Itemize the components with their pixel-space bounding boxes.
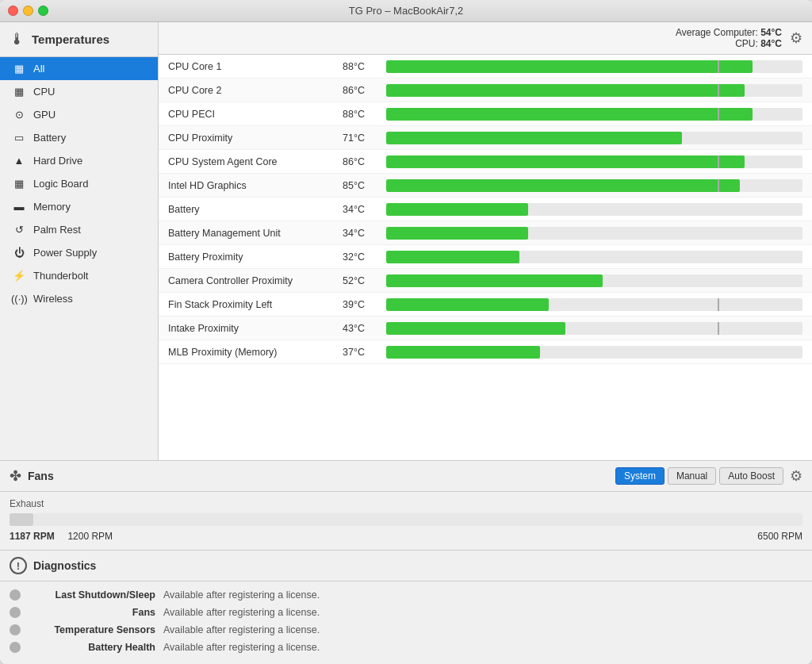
avg-info: Average Computer: 54°C CPU: 84°C [676, 27, 782, 49]
fans-section: ✤ Fans SystemManualAuto Boost ⚙ Exhaust … [0, 460, 812, 550]
temp-sensor-value: 43°C [343, 323, 386, 334]
fan-progress-container [10, 513, 802, 526]
sidebar-item-thunderbolt[interactable]: ⚡Thunderbolt [0, 264, 158, 287]
temp-content-header: Average Computer: 54°C CPU: 84°C ⚙ [159, 22, 812, 55]
temp-bar-container [386, 251, 802, 263]
sidebar-item-hard-drive[interactable]: ▲Hard Drive [0, 149, 158, 172]
temp-row: Battery Proximity32°C [159, 245, 812, 269]
temp-bar-container [386, 132, 802, 144]
fan-mode-manual-button[interactable]: Manual [668, 467, 716, 485]
gpu-sidebar-icon: ⊙ [11, 109, 27, 121]
fan-rpm-row: 1187 RPM 1200 RPM 6500 RPM [10, 531, 802, 542]
fan-mode-auto-boost-button[interactable]: Auto Boost [719, 467, 783, 485]
main-content: 🌡 Temperatures ▦All▦CPU⊙GPU▭Battery▲Hard… [0, 22, 812, 664]
avg-label: Average Computer: [676, 27, 758, 38]
temp-bar-marker [718, 84, 719, 97]
temp-sensor-value: 86°C [343, 156, 386, 167]
temp-sensor-name: Battery Proximity [168, 251, 343, 263]
temp-bar [386, 203, 528, 216]
temp-sensor-value: 37°C [343, 347, 386, 358]
cpu-sidebar-icon: ▦ [11, 86, 27, 98]
diag-status-indicator [10, 589, 21, 601]
temp-bar-marker [718, 298, 719, 311]
temp-sensor-name: Battery Management Unit [168, 228, 343, 239]
hard-drive-sidebar-icon: ▲ [11, 155, 27, 167]
fans-settings-gear-icon[interactable]: ⚙ [790, 467, 802, 485]
diag-item-label: Fans [29, 607, 155, 618]
temp-row: Camera Controller Proximity52°C [159, 269, 812, 293]
fan-mode-system-button[interactable]: System [615, 467, 665, 485]
memory-sidebar-icon: ▬ [11, 201, 27, 213]
sidebar-item-power-supply[interactable]: ⏻Power Supply [0, 241, 158, 264]
fans-body: Exhaust 1187 RPM 1200 RPM 6500 RPM [0, 492, 812, 550]
temp-bar [386, 346, 540, 359]
diagnostics-row: FansAvailable after registering a licens… [10, 604, 802, 621]
diagnostics-row: Last Shutdown/SleepAvailable after regis… [10, 586, 802, 604]
window-title: TG Pro – MacBookAir7,2 [349, 5, 464, 17]
close-button[interactable] [8, 6, 18, 16]
sidebar-label-hard-drive: Hard Drive [33, 155, 82, 167]
sidebar-item-logic-board[interactable]: ▦Logic Board [0, 172, 158, 195]
fan-rpm-current-value: 1187 RPM [10, 531, 55, 542]
temp-sensor-value: 52°C [343, 275, 386, 286]
temp-row: Intel HD Graphics85°C [159, 174, 812, 198]
temp-bar [386, 155, 745, 168]
temp-settings-gear-icon[interactable]: ⚙ [790, 29, 802, 47]
titlebar: TG Pro – MacBookAir7,2 [0, 0, 812, 22]
temp-bar-container [386, 227, 802, 240]
temp-sensor-name: Intake Proximity [168, 323, 343, 334]
diag-status-indicator [10, 642, 21, 653]
sidebar-label-memory: Memory [33, 201, 71, 213]
sidebar-label-power-supply: Power Supply [33, 247, 97, 259]
all-sidebar-icon: ▦ [11, 63, 27, 75]
temp-bar-container [386, 179, 802, 192]
avg-computer-line: Average Computer: 54°C [676, 27, 782, 38]
temp-bar [386, 274, 603, 287]
sidebar-item-palm-rest[interactable]: ↺Palm Rest [0, 218, 158, 241]
temp-sensor-value: 34°C [343, 204, 386, 215]
temp-sensor-name: CPU Core 2 [168, 85, 343, 96]
fan-max-rpm: 6500 RPM [757, 531, 802, 542]
sidebar-item-cpu[interactable]: ▦CPU [0, 80, 158, 103]
temp-bar [386, 322, 565, 335]
temp-bar [386, 84, 745, 97]
sidebar-label-cpu: CPU [33, 86, 55, 98]
sidebar-title: Temperatures [32, 33, 109, 46]
temp-sensor-value: 39°C [343, 299, 386, 310]
sidebar-label-all: All [33, 63, 44, 75]
diag-item-value: Available after registering a license. [163, 642, 320, 653]
sidebar: 🌡 Temperatures ▦All▦CPU⊙GPU▭Battery▲Hard… [0, 22, 159, 460]
temp-bar [386, 298, 549, 311]
temp-sensor-value: 85°C [343, 180, 386, 191]
logic-board-sidebar-icon: ▦ [11, 178, 27, 190]
minimize-button[interactable] [23, 6, 33, 16]
diagnostics-icon: ! [10, 557, 27, 574]
temp-content: Average Computer: 54°C CPU: 84°C ⚙ CPU C… [159, 22, 812, 460]
temperatures-section: 🌡 Temperatures ▦All▦CPU⊙GPU▭Battery▲Hard… [0, 22, 812, 460]
sidebar-label-palm-rest: Palm Rest [33, 224, 81, 236]
temp-sensor-value: 34°C [343, 228, 386, 239]
diag-status-indicator [10, 624, 21, 635]
diagnostics-row: Temperature SensorsAvailable after regis… [10, 621, 802, 639]
temp-row: Battery34°C [159, 198, 812, 221]
sidebar-item-memory[interactable]: ▬Memory [0, 195, 158, 218]
temp-bar [386, 227, 528, 240]
sidebar-item-battery[interactable]: ▭Battery [0, 126, 158, 149]
sidebar-label-logic-board: Logic Board [33, 178, 88, 190]
diag-item-value: Available after registering a license. [163, 624, 320, 635]
temp-sensor-value: 71°C [343, 132, 386, 144]
fans-header: ✤ Fans SystemManualAuto Boost ⚙ [0, 461, 812, 492]
sidebar-item-gpu[interactable]: ⊙GPU [0, 103, 158, 126]
temperature-rows: CPU Core 188°CCPU Core 286°CCPU PECI88°C… [159, 55, 812, 460]
temp-sensor-name: Intel HD Graphics [168, 180, 343, 191]
diagnostics-header: ! Diagnostics [0, 551, 812, 581]
sidebar-item-wireless[interactable]: ((·))Wireless [0, 287, 158, 310]
maximize-button[interactable] [38, 6, 48, 16]
sidebar-item-all[interactable]: ▦All [0, 57, 158, 80]
sidebar-label-thunderbolt: Thunderbolt [33, 270, 88, 282]
diag-item-value: Available after registering a license. [163, 607, 320, 618]
temp-sensor-value: 86°C [343, 85, 386, 96]
temp-row: CPU Core 188°C [159, 55, 812, 79]
battery-sidebar-icon: ▭ [11, 132, 27, 144]
temp-row: Intake Proximity43°C [159, 317, 812, 340]
